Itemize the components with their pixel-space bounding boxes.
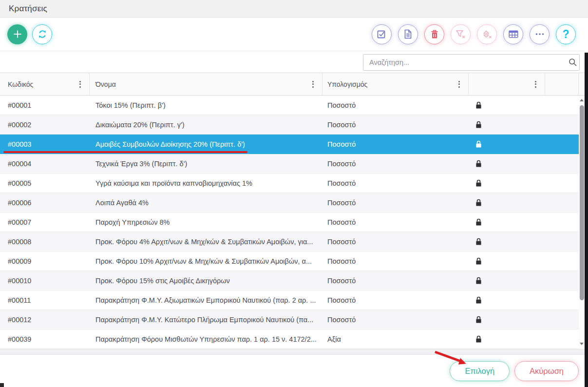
row-code: #00006 [0,193,90,212]
table-row[interactable]: #00011 Παρακράτηση Φ.Μ.Υ. Αξιωματικών Εμ… [0,290,579,310]
table-row[interactable]: #00002 Δικαιώματα 20% (Περιπτ. γ') Ποσοσ… [0,115,579,135]
dialog-title: Κρατήσεις [9,4,47,14]
horizontal-scroll-track[interactable] [0,349,585,354]
row-calc: Ποσοστό [322,174,469,193]
row-code: #00001 [0,96,90,115]
row-code: #00002 [0,115,90,134]
lock-icon [475,218,482,226]
column-header-code[interactable]: Κωδικός [0,73,90,95]
table-row[interactable]: #00008 Προκ. Φόρου 4% Αρχιτ/νων & Μηχ/κώ… [0,232,579,252]
clear-sort-button[interactable] [477,24,497,44]
lock-icon [475,101,482,109]
table-row[interactable]: #00003 Αμοιβές Συμβουλών Διοίκησης 20% (… [0,135,579,154]
column-header-name[interactable]: Όνομα [90,73,322,95]
trash-icon [431,30,438,39]
row-calc: Ποσοστό [322,96,469,115]
row-code: #00012 [0,310,90,329]
dialog-footer: Επιλογή Ακύρωση [0,354,588,387]
row-name: Παρακράτηση Φόρου Μισθωτών Υπηρεσιών παρ… [90,329,322,348]
row-calc: Ποσοστό [322,154,469,173]
cancel-button[interactable]: Ακύρωση [514,361,579,381]
row-code: #00004 [0,154,90,173]
search-icon[interactable] [567,58,579,67]
table-row[interactable]: #00004 Τεχνικά Έργα 3% (Περιπτ. δ') Ποσο… [0,154,579,174]
row-calc: Ποσοστό [322,310,469,329]
column-header-extra [545,73,579,95]
question-icon: ? [562,29,569,40]
table-row[interactable]: #00039 Παρακράτηση Φόρου Μισθωτών Υπηρεσ… [0,329,579,349]
column-label: Όνομα [95,80,116,88]
vertical-scrollbar[interactable] [579,96,585,349]
row-name: Αμοιβές Συμβουλών Διοίκησης 20% (Περιπτ.… [90,135,322,154]
column-menu-icon[interactable] [311,79,315,89]
table-row[interactable]: #00001 Τόκοι 15% (Περιπτ. β') Ποσοστό [0,96,579,115]
scroll-up-arrow-icon[interactable] [579,97,585,103]
row-name: Τεχνικά Έργα 3% (Περιπτ. δ') [90,154,322,173]
lock-icon [475,179,482,187]
row-code: #00005 [0,174,90,193]
row-name: Λοιπά Αγαθά 4% [90,193,322,212]
row-name: Υγρά καύσιμα και προϊόντα καπνοβιομηχανί… [90,174,322,193]
header-scroll-gutter [579,73,585,95]
column-header-calc[interactable]: Υπολογισμός [322,73,469,95]
row-calc: Αξία [322,329,469,348]
table-row[interactable]: #00009 Προκ. Φόρου 10% Αρχιτ/νων & Μηχ/κ… [0,252,579,271]
table-row[interactable]: #00005 Υγρά καύσιμα και προϊόντα καπνοβι… [0,174,579,193]
filter-clear-icon [455,30,466,39]
search-box [363,54,580,71]
column-header-lock[interactable] [469,73,545,95]
row-calc: Ποσοστό [322,213,469,232]
lock-icon [475,257,482,265]
document-button[interactable] [398,24,418,44]
columns-button[interactable] [503,24,523,44]
clear-filter-button[interactable] [451,24,471,44]
row-code: #00011 [0,290,90,310]
refresh-button[interactable] [32,24,52,44]
column-label: Κωδικός [8,80,33,88]
table-row[interactable]: #00007 Παροχή Υπηρεσιών 8% Ποσοστό [0,213,579,232]
table-row[interactable]: #00006 Λοιπά Αγαθά 4% Ποσοστό [0,193,579,213]
add-button[interactable] [7,24,27,44]
toolbar-left-group [7,24,52,44]
lock-icon [475,296,482,304]
row-code: #00008 [0,232,90,251]
row-name: Παροχή Υπηρεσιών 8% [90,213,322,232]
row-code: #00009 [0,252,90,271]
row-name: Δικαιώματα 20% (Περιπτ. γ') [90,115,322,134]
dialog-titlebar: Κρατήσεις [0,0,588,18]
column-label: Υπολογισμός [327,80,367,88]
more-button[interactable] [530,24,550,44]
search-input[interactable] [363,58,567,66]
row-code: #00010 [0,271,90,290]
help-button[interactable]: ? [556,24,576,44]
lock-icon [475,140,482,148]
column-menu-icon[interactable] [457,79,461,89]
toolbar-right-group: ? [372,24,576,44]
column-menu-icon[interactable] [78,79,82,89]
select-button[interactable]: Επιλογή [450,361,510,381]
delete-button[interactable] [424,24,444,44]
row-calc: Ποσοστό [322,232,469,251]
lock-icon [475,316,482,324]
ellipsis-icon [535,33,544,36]
scrollbar-thumb[interactable] [580,105,584,300]
row-name: Προκ. Φόρου 10% Αρχιτ/νων & Μηχ/κών & Συ… [90,252,322,271]
row-code: #00007 [0,213,90,232]
check-button[interactable] [372,24,392,44]
scroll-down-arrow-icon[interactable] [579,340,585,347]
column-menu-icon[interactable] [533,79,538,89]
row-name: Παρακράτηση Φ.Μ.Υ. Αξιωματικών Εμπορικού… [90,290,322,310]
lock-icon [475,335,482,343]
screen-corner-fragment [0,383,4,387]
table-header: Κωδικός Όνομα Υπολογισμός [0,73,585,96]
toolbar: ? [0,18,585,51]
row-calc: Ποσοστό [322,290,469,310]
table-icon [509,30,518,38]
table-row[interactable]: #00012 Παρακράτηση Φ.Μ.Υ. Κατώτερο Πλήρω… [0,310,579,329]
table-body: #00001 Τόκοι 15% (Περιπτ. β') Ποσοστό #0… [0,96,579,349]
lock-icon [475,277,482,285]
sort-clear-icon [482,30,492,39]
plus-icon [13,29,22,39]
table-row[interactable]: #00010 Προκ. Φόρου 15% στις Αμοιβές Δικη… [0,271,579,290]
lock-icon [475,199,482,207]
